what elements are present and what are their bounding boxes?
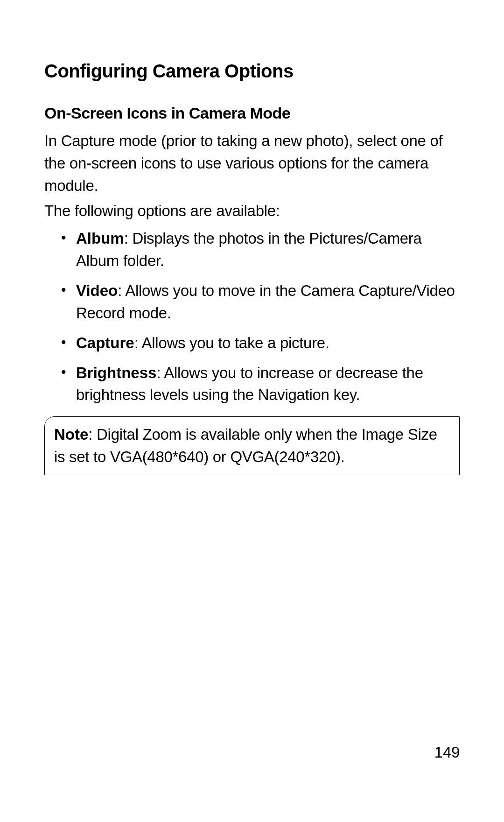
- option-description: : Allows you to move in the Camera Captu…: [76, 282, 455, 322]
- section-title: Configuring Camera Options: [44, 61, 460, 82]
- intro-paragraph: In Capture mode (prior to taking a new p…: [44, 130, 460, 197]
- subsection-title: On-Screen Icons in Camera Mode: [44, 104, 460, 122]
- list-item: Video: Allows you to move in the Camera …: [76, 280, 460, 324]
- page-number: 149: [434, 744, 460, 761]
- list-item: Capture: Allows you to take a picture.: [76, 332, 460, 354]
- option-label: Video: [76, 282, 118, 299]
- options-intro: The following options are available:: [44, 200, 460, 222]
- list-item: Brightness: Allows you to increase or de…: [76, 362, 460, 407]
- option-label: Brightness: [76, 364, 156, 381]
- list-item: Album: Displays the photos in the Pictur…: [76, 227, 460, 272]
- note-label: Note: [54, 426, 88, 443]
- option-label: Capture: [76, 334, 134, 351]
- option-label: Album: [76, 230, 124, 247]
- option-description: : Allows you to take a picture.: [134, 334, 329, 351]
- options-list: Album: Displays the photos in the Pictur…: [44, 227, 460, 406]
- option-description: : Displays the photos in the Pictures/Ca…: [76, 230, 422, 269]
- note-box: Note: Digital Zoom is available only whe…: [44, 416, 460, 475]
- note-text: : Digital Zoom is available only when th…: [54, 426, 437, 465]
